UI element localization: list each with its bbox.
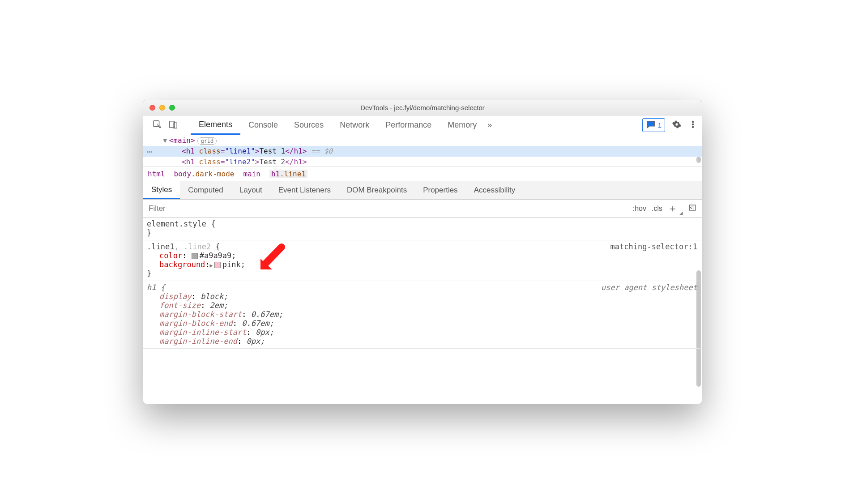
message-icon [646,120,656,131]
subtab-dom-breakpoints[interactable]: DOM Breakpoints [339,181,415,199]
breadcrumb-main[interactable]: main [243,170,260,178]
breadcrumb-html[interactable]: html [148,170,165,178]
device-toggle-icon[interactable] [168,120,178,131]
styles-filter-input[interactable] [143,204,627,213]
svg-point-4 [692,124,693,125]
color-swatch-icon[interactable] [192,253,198,259]
ua-prop[interactable]: margin-inline-start: 0px; [147,328,697,337]
dom-node-sibling[interactable]: <h1 class="line2">Test 2</h1> [143,157,702,167]
styles-pane[interactable]: element.style { } matching-selector:1 .l… [143,218,702,404]
ua-prop[interactable]: font-size: 2em; [147,301,697,310]
subtab-computed[interactable]: Computed [180,181,231,199]
ua-prop[interactable]: margin-block-end: 0.67em; [147,319,697,328]
collapse-icon[interactable]: ▼ [163,136,167,145]
user-agent-label: user agent stylesheet [601,283,697,292]
console-messages-badge[interactable]: 1 [642,118,665,132]
svg-rect-1 [170,121,175,128]
tab-network[interactable]: Network [332,115,377,135]
tab-sources[interactable]: Sources [286,115,332,135]
new-style-rule-button[interactable]: ＋ [668,202,678,215]
subtab-event-listeners[interactable]: Event Listeners [270,181,339,199]
subtab-properties[interactable]: Properties [415,181,465,199]
titlebar: DevTools - jec.fyi/demo/matching-selecto… [143,100,702,115]
hov-toggle[interactable]: :hov [633,205,646,213]
dom-scrollbar[interactable] [696,157,701,163]
color-swatch-icon[interactable] [214,262,221,268]
prop-color[interactable]: color: #a9a9a9; [147,251,697,260]
inspect-icon[interactable] [152,120,162,131]
selector-h1[interactable]: h1 [147,283,156,292]
tabs-overflow-button[interactable]: » [485,115,495,135]
prop-background[interactable]: background: ▶pink; [147,260,697,269]
subtab-layout[interactable]: Layout [231,181,270,199]
subtab-styles[interactable]: Styles [143,181,180,199]
selector-line1[interactable]: .line1, .line2 [147,242,211,251]
breadcrumb-body[interactable]: body.dark-mode [174,170,235,178]
rule-user-agent-h1[interactable]: user agent stylesheet h1 { display: bloc… [143,281,702,349]
rule-line1-line2[interactable]: matching-selector:1 .line1, .line2 { col… [143,240,702,281]
ua-prop[interactable]: margin-block-start: 0.67em; [147,310,697,319]
dom-node-main[interactable]: ▼<main>grid [143,135,702,146]
svg-rect-2 [173,123,177,128]
panel-tabs: Elements Console Sources Network Perform… [191,115,495,135]
dom-tree[interactable]: ⋯ ▼<main>grid <h1 class="line1">Test 1</… [143,135,702,167]
svg-point-3 [692,121,693,122]
styles-filter-bar: :hov .cls ＋◢ [143,200,702,218]
svg-point-5 [692,126,693,128]
rule-element-style[interactable]: element.style { } [143,218,702,240]
main-toolbar: Elements Console Sources Network Perform… [143,115,702,135]
tab-memory[interactable]: Memory [440,115,485,135]
more-button[interactable] [688,120,697,131]
toggle-computed-sidebar-button[interactable] [688,204,696,214]
sidebar-tabs: Styles Computed Layout Event Listeners D… [143,181,702,200]
tab-elements[interactable]: Elements [191,115,240,135]
window-title: DevTools - jec.fyi/demo/matching-selecto… [143,104,702,111]
breadcrumb-current[interactable]: h1.line1 [269,170,307,178]
grid-badge[interactable]: grid [197,137,217,145]
cls-toggle[interactable]: .cls [652,205,662,213]
selected-node-ref: == $0 [307,147,333,155]
selector-element-style[interactable]: element.style [147,219,206,228]
ua-prop[interactable]: display: block; [147,292,697,301]
dom-node-selected[interactable]: <h1 class="line1">Test 1</h1> == $0 [143,146,702,157]
tab-performance[interactable]: Performance [377,115,440,135]
breadcrumb: html body.dark-mode main h1.line1 [143,167,702,181]
settings-button[interactable] [672,120,681,131]
ua-prop[interactable]: margin-inline-end: 0px; [147,337,697,346]
source-link[interactable]: matching-selector:1 [610,242,697,251]
subtab-accessibility[interactable]: Accessibility [466,181,524,199]
messages-count: 1 [658,121,661,129]
devtools-window: DevTools - jec.fyi/demo/matching-selecto… [143,100,702,404]
expand-shorthand-icon[interactable]: ▶ [210,262,213,269]
tab-console[interactable]: Console [240,115,286,135]
